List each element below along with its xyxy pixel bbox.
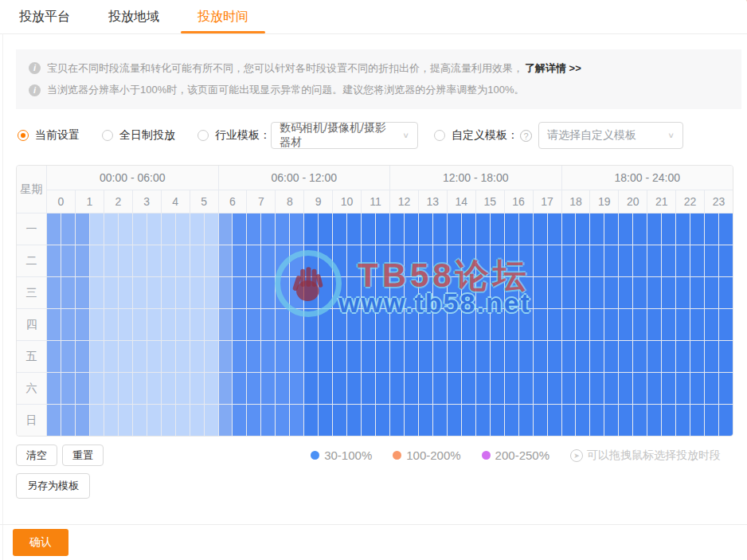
time-cell[interactable] bbox=[419, 277, 432, 308]
time-cell[interactable] bbox=[104, 341, 118, 372]
time-cell[interactable] bbox=[562, 341, 576, 372]
custom-template-select[interactable]: 请选择自定义模板 ∨ bbox=[538, 122, 683, 149]
time-cell[interactable] bbox=[76, 341, 89, 372]
time-cell[interactable] bbox=[476, 405, 490, 436]
time-cell[interactable] bbox=[647, 213, 661, 245]
time-cell[interactable] bbox=[390, 405, 404, 436]
time-cell[interactable] bbox=[491, 373, 504, 404]
industry-template-select[interactable]: 数码相机/摄像机/摄影器材 ∨ bbox=[271, 122, 418, 149]
hour-header[interactable]: 13 bbox=[419, 190, 447, 213]
time-cell[interactable] bbox=[219, 405, 233, 436]
time-cell[interactable] bbox=[362, 405, 375, 436]
time-cell[interactable] bbox=[304, 213, 318, 245]
time-cell[interactable] bbox=[276, 341, 289, 372]
time-cell[interactable] bbox=[90, 405, 104, 436]
time-cell[interactable] bbox=[290, 373, 303, 404]
time-cell[interactable] bbox=[604, 245, 618, 276]
time-cell[interactable] bbox=[619, 341, 632, 372]
time-cell[interactable] bbox=[433, 405, 447, 436]
time-section-header[interactable]: 12:00 - 18:00 bbox=[390, 166, 561, 190]
time-section-header[interactable]: 06:00 - 12:00 bbox=[219, 166, 390, 190]
time-cell[interactable] bbox=[519, 341, 533, 372]
time-cell[interactable] bbox=[162, 341, 175, 372]
time-cell[interactable] bbox=[104, 405, 118, 436]
time-cell[interactable] bbox=[576, 373, 589, 404]
time-cell[interactable] bbox=[405, 213, 418, 245]
time-cell[interactable] bbox=[76, 405, 89, 436]
time-cell[interactable] bbox=[276, 309, 289, 340]
time-cell[interactable] bbox=[304, 341, 318, 372]
time-cell[interactable] bbox=[219, 245, 233, 276]
time-cell[interactable] bbox=[205, 341, 218, 372]
time-cell[interactable] bbox=[419, 405, 432, 436]
time-cell[interactable] bbox=[390, 245, 404, 276]
time-cell[interactable] bbox=[448, 277, 461, 308]
time-cell[interactable] bbox=[419, 245, 432, 276]
time-cell[interactable] bbox=[61, 341, 75, 372]
hour-header[interactable]: 15 bbox=[476, 190, 504, 213]
time-cell[interactable] bbox=[176, 245, 190, 276]
time-cell[interactable] bbox=[90, 341, 104, 372]
learn-more-link[interactable]: 了解详情 >> bbox=[525, 61, 581, 76]
time-cell[interactable] bbox=[676, 309, 690, 340]
time-cell[interactable] bbox=[219, 213, 233, 245]
time-cell[interactable] bbox=[590, 341, 604, 372]
time-cell[interactable] bbox=[162, 245, 175, 276]
time-cell[interactable] bbox=[619, 277, 632, 308]
time-cell[interactable] bbox=[219, 277, 233, 308]
time-cell[interactable] bbox=[290, 213, 303, 245]
time-cell[interactable] bbox=[405, 373, 418, 404]
time-cell[interactable] bbox=[719, 373, 733, 404]
time-cell[interactable] bbox=[162, 309, 175, 340]
time-cell[interactable] bbox=[219, 373, 233, 404]
time-cell[interactable] bbox=[548, 405, 561, 436]
time-cell[interactable] bbox=[162, 373, 175, 404]
time-cell[interactable] bbox=[562, 373, 576, 404]
time-cell[interactable] bbox=[133, 245, 147, 276]
time-cell[interactable] bbox=[662, 373, 675, 404]
time-cell[interactable] bbox=[505, 309, 518, 340]
time-cell[interactable] bbox=[705, 341, 718, 372]
day-label[interactable]: 日 bbox=[17, 405, 46, 436]
time-cell[interactable] bbox=[534, 277, 547, 308]
time-cell[interactable] bbox=[147, 405, 161, 436]
hour-header[interactable]: 22 bbox=[676, 190, 704, 213]
time-cell[interactable] bbox=[333, 309, 346, 340]
time-cell[interactable] bbox=[519, 245, 533, 276]
time-cell[interactable] bbox=[362, 309, 375, 340]
time-cell[interactable] bbox=[119, 405, 132, 436]
time-cell[interactable] bbox=[276, 277, 289, 308]
time-cell[interactable] bbox=[219, 341, 233, 372]
time-cell[interactable] bbox=[633, 309, 647, 340]
time-cell[interactable] bbox=[76, 245, 89, 276]
time-cell[interactable] bbox=[319, 213, 332, 245]
time-cell[interactable] bbox=[562, 309, 576, 340]
time-cell[interactable] bbox=[104, 213, 118, 245]
time-cell[interactable] bbox=[462, 277, 475, 308]
time-cell[interactable] bbox=[61, 373, 75, 404]
time-cell[interactable] bbox=[362, 341, 375, 372]
time-cell[interactable] bbox=[90, 373, 104, 404]
time-cell[interactable] bbox=[647, 277, 661, 308]
time-cell[interactable] bbox=[233, 373, 246, 404]
time-cell[interactable] bbox=[633, 245, 647, 276]
time-cell[interactable] bbox=[390, 341, 404, 372]
time-cell[interactable] bbox=[304, 277, 318, 308]
time-cell[interactable] bbox=[562, 405, 576, 436]
time-cell[interactable] bbox=[376, 341, 389, 372]
time-cell[interactable] bbox=[319, 373, 332, 404]
time-cell[interactable] bbox=[534, 213, 547, 245]
time-cell[interactable] bbox=[376, 373, 389, 404]
time-cell[interactable] bbox=[219, 309, 233, 340]
time-cell[interactable] bbox=[362, 373, 375, 404]
time-cell[interactable] bbox=[190, 277, 204, 308]
time-cell[interactable] bbox=[176, 405, 190, 436]
time-cell[interactable] bbox=[47, 309, 61, 340]
time-cell[interactable] bbox=[633, 341, 647, 372]
time-cell[interactable] bbox=[590, 245, 604, 276]
time-section-header[interactable]: 18:00 - 24:00 bbox=[562, 166, 733, 190]
time-cell[interactable] bbox=[133, 213, 147, 245]
time-cell[interactable] bbox=[61, 277, 75, 308]
time-cell[interactable] bbox=[405, 405, 418, 436]
hour-header[interactable]: 17 bbox=[534, 190, 561, 213]
